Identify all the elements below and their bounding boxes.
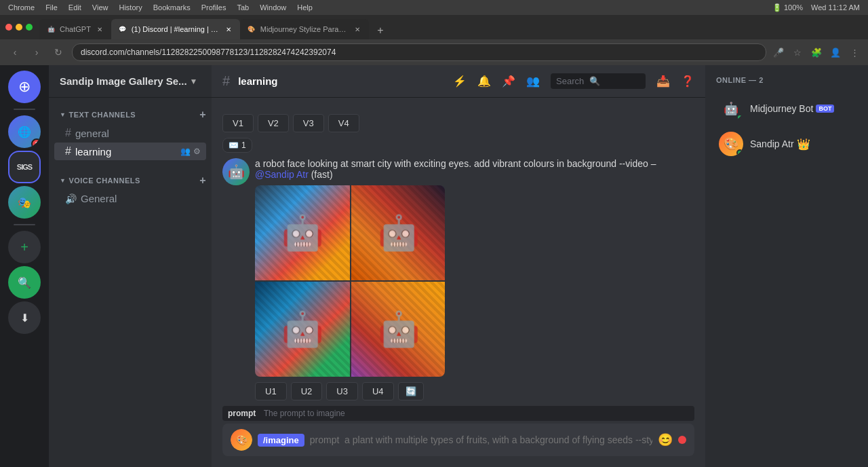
os-menu-profiles[interactable]: Profiles — [201, 3, 226, 12]
tab-midjourney-close[interactable]: ✕ — [353, 24, 362, 34]
mention-text: @Sandip Atr — [255, 169, 309, 180]
clock: Wed 11:12 AM — [811, 3, 860, 12]
more-options-icon[interactable]: ⋮ — [848, 45, 861, 59]
text-channels-header[interactable]: ▼ TEXT CHANNELS + — [49, 109, 212, 124]
sandip-avatar-sidebar: 🎨 — [719, 132, 743, 156]
u4-button[interactable]: U4 — [362, 382, 394, 400]
top-action-buttons-container: V1 V2 V3 V4 — [212, 109, 705, 132]
download-apps-button[interactable]: ⬇ — [8, 301, 41, 334]
os-menu-chrome[interactable]: Chrome — [8, 3, 35, 12]
prompt-hint-bar: prompt The prompt to imagine — [222, 406, 694, 421]
top-reaction-count: 1 — [241, 141, 246, 150]
input-area: prompt The prompt to imagine 🎨 /imagine … — [212, 400, 705, 467]
channel-learning-icons: 👥 ⚙ — [180, 147, 201, 156]
window-minimize-btn[interactable] — [16, 24, 22, 31]
member-midjourney-bot[interactable]: 🤖 Midjourney Bot BOT — [716, 92, 857, 125]
text-channels-collapse-arrow: ▼ — [60, 111, 66, 118]
sandip-name-row: Sandip Atr 👑 — [750, 138, 810, 151]
os-menu-tab[interactable]: Tab — [237, 3, 249, 12]
tab-midjourney[interactable]: 🎨 Midjourney Stylize Parameter ✕ — [240, 19, 369, 39]
bot-badge: BOT — [816, 105, 834, 113]
discord-home-icon[interactable]: ⊕ — [8, 71, 41, 103]
top-v1-button[interactable]: V1 — [222, 114, 254, 132]
midjourney-favicon: 🎨 — [247, 24, 256, 34]
top-v2-button[interactable]: V2 — [258, 114, 289, 132]
notification-bell-icon[interactable]: 🔔 — [477, 75, 491, 88]
server-bar: ⊕ 🌐 1 SIGS 🎭 + 🔍 ⬇ — [0, 65, 49, 467]
channel-learning[interactable]: # learning 👥 ⚙ — [54, 143, 206, 160]
tab-chatgpt-label: ChatGPT — [60, 25, 91, 33]
threads-icon[interactable]: ⚡ — [453, 75, 467, 88]
voice-channel-general[interactable]: 🔊 General — [54, 190, 206, 207]
add-text-channel-button[interactable]: + — [199, 109, 206, 121]
window-close-btn[interactable] — [5, 24, 12, 31]
midjourney-bot-name: Midjourney Bot — [750, 103, 813, 114]
voice-channels-header[interactable]: ▼ VOICE CHANNELS + — [49, 174, 212, 189]
refresh-button[interactable]: 🔄 — [398, 382, 424, 400]
channel-search-box[interactable]: Search 🔍 — [551, 73, 646, 89]
reload-button[interactable]: ↻ — [50, 44, 66, 60]
inbox-icon[interactable]: 📥 — [656, 75, 670, 88]
url-input[interactable]: discord.com/channels/1128282250098778123… — [72, 43, 766, 61]
tab-chatgpt[interactable]: 🤖 ChatGPT ✕ — [39, 19, 111, 39]
message-row-main: 🤖 a robot face looking at smart city wit… — [212, 155, 705, 400]
channel-header-actions: ⚡ 🔔 📌 👥 Search 🔍 📥 ❓ — [453, 73, 694, 89]
os-menu-help[interactable]: Help — [297, 3, 313, 12]
add-server-button[interactable]: + — [8, 231, 41, 263]
midjourney-bot-status — [736, 114, 743, 121]
member-sandip-atr[interactable]: 🎨 Sandip Atr 👑 — [716, 128, 857, 160]
os-menu-bookmarks[interactable]: Bookmarks — [153, 3, 191, 12]
robot-face-3: 🤖 — [255, 282, 350, 377]
server-divider-2 — [14, 224, 35, 225]
top-reaction-container: ✉️ 1 — [212, 135, 705, 155]
top-emoji-reaction[interactable]: ✉️ 1 — [222, 138, 252, 153]
message-input-field[interactable] — [310, 434, 652, 445]
record-button[interactable] — [678, 436, 686, 444]
sigs-label: SIGS — [17, 163, 32, 171]
server-name-header[interactable]: Sandip Image Gallery Se... ▼ — [49, 65, 212, 98]
messages-area[interactable]: V1 V2 V3 V4 ✉️ 1 🤖 — [212, 98, 705, 400]
os-menu-history[interactable]: History — [119, 3, 142, 12]
emoji-picker-button[interactable]: 😊 — [658, 432, 673, 447]
voice-channels-header-left: ▼ VOICE CHANNELS — [60, 176, 140, 185]
back-button[interactable]: ‹ — [7, 44, 23, 60]
tab-discord-close[interactable]: ✕ — [224, 24, 233, 34]
tab-chatgpt-close[interactable]: ✕ — [95, 24, 104, 34]
u3-button[interactable]: U3 — [326, 382, 358, 400]
add-voice-channel-button[interactable]: + — [199, 174, 206, 187]
server-icon-sigs[interactable]: SIGS — [8, 151, 41, 183]
u2-button[interactable]: U2 — [291, 382, 323, 400]
pin-icon[interactable]: 📌 — [502, 75, 515, 88]
server-icon-2[interactable]: 🎭 — [8, 186, 41, 219]
top-v4-button[interactable]: V4 — [328, 114, 359, 132]
extensions-icon[interactable]: 🧩 — [810, 45, 823, 59]
app-body: ⊕ 🌐 1 SIGS 🎭 + 🔍 ⬇ Sandip Image Gallery … — [0, 65, 868, 467]
server-icon-1[interactable]: 🌐 1 — [8, 115, 41, 148]
online-count-header: ONLINE — 2 — [716, 76, 857, 84]
os-menu-file[interactable]: File — [45, 3, 58, 12]
midjourney-image-grid[interactable]: 🤖 🤖 🤖 🤖 — [255, 185, 445, 377]
channel-general[interactable]: # general — [54, 124, 206, 142]
text-channels-header-left: ▼ TEXT CHANNELS — [60, 111, 136, 119]
members-list-icon[interactable]: 👥 — [526, 75, 540, 88]
mic-icon[interactable]: 🎤 — [772, 45, 785, 59]
top-v3-button[interactable]: V3 — [293, 114, 324, 132]
help-icon[interactable]: ❓ — [681, 75, 694, 88]
discover-servers-button[interactable]: 🔍 — [8, 266, 41, 299]
bookmark-star-icon[interactable]: ☆ — [791, 45, 804, 59]
u1-button[interactable]: U1 — [255, 382, 287, 400]
profile-icon[interactable]: 👤 — [829, 45, 842, 59]
voice-channel-general-name: General — [81, 193, 117, 204]
robot-face-4: 🤖 — [351, 282, 445, 377]
window-maximize-btn[interactable] — [26, 24, 33, 31]
channel-settings-icon[interactable]: ⚙ — [193, 147, 201, 156]
forward-button[interactable]: › — [28, 44, 45, 60]
new-tab-button[interactable]: + — [372, 22, 389, 39]
tab-discord[interactable]: 💬 (1) Discord | #learning | Sandi... ✕ — [111, 19, 240, 39]
os-menu-view[interactable]: View — [92, 3, 108, 12]
message-input-box[interactable]: 🎨 /imagine 😊 — [222, 424, 694, 456]
os-menu-edit[interactable]: Edit — [68, 3, 81, 12]
channel-members-icon: 👥 — [180, 147, 191, 156]
text-channels-section: ▼ TEXT CHANNELS + # general # learning 👥… — [49, 98, 212, 164]
os-menu-window[interactable]: Window — [260, 3, 286, 12]
